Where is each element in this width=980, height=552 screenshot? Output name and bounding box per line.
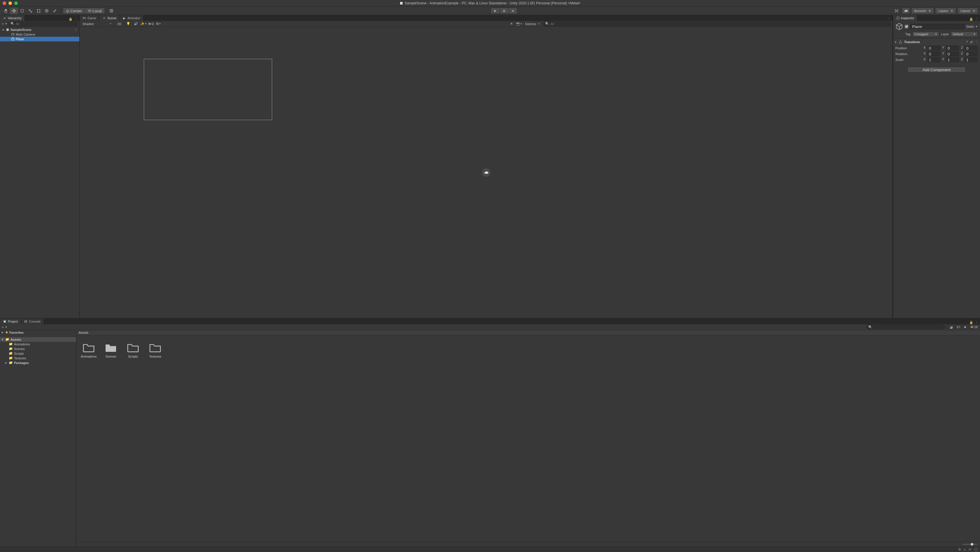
scene-camera-dropdown[interactable]: ⧉▼ bbox=[156, 21, 162, 27]
window-close-button[interactable] bbox=[3, 2, 6, 5]
lock-icon[interactable]: 🔒 bbox=[68, 17, 73, 21]
hierarchy-item[interactable]: Plane bbox=[0, 37, 80, 41]
fold-icon[interactable]: ▾ bbox=[895, 40, 897, 44]
gameobject-active-checkbox[interactable] bbox=[905, 25, 908, 28]
game-tab[interactable]: 🎮Game bbox=[80, 15, 99, 21]
component-menu-icon[interactable]: ⋮ bbox=[975, 40, 978, 44]
window-minimize-button[interactable] bbox=[8, 2, 12, 5]
project-breadcrumb[interactable]: Assets bbox=[76, 330, 980, 335]
scene-search[interactable]: 🔍 bbox=[543, 22, 891, 26]
project-tree-item[interactable]: 📁Animations bbox=[0, 342, 76, 347]
project-folder-item[interactable]: Scripts bbox=[126, 342, 141, 358]
position-z-input[interactable] bbox=[965, 46, 978, 51]
project-folder-item[interactable]: Scenes bbox=[103, 342, 118, 358]
favorites-row[interactable]: ▸★Favorites bbox=[0, 330, 76, 335]
scale-z-input[interactable] bbox=[965, 57, 978, 62]
add-component-button[interactable]: Add Component bbox=[907, 67, 966, 73]
panel-menu-icon[interactable]: ⋮ bbox=[888, 17, 891, 21]
layer-dropdown[interactable]: Default▼ bbox=[951, 32, 978, 37]
scale-x-input[interactable] bbox=[928, 57, 940, 62]
search-by-type-button[interactable]: ◪ bbox=[948, 325, 955, 329]
grid-size-slider[interactable] bbox=[963, 544, 977, 545]
scale-y-input[interactable] bbox=[946, 57, 959, 62]
hierarchy-scene-row[interactable]: ▾ SampleScene ⋮ bbox=[0, 27, 80, 32]
project-search-input[interactable] bbox=[873, 325, 943, 329]
lock-icon[interactable]: 🔒 bbox=[969, 17, 973, 21]
assets-row[interactable]: ▾📁Assets bbox=[0, 337, 76, 342]
window-zoom-button[interactable] bbox=[14, 2, 18, 5]
status-icon[interactable]: ⟳ bbox=[969, 548, 971, 551]
scene-hidden-toggle[interactable]: 👁0 bbox=[148, 21, 154, 27]
grid-snap-button[interactable] bbox=[107, 8, 116, 14]
scale-tool[interactable] bbox=[26, 8, 34, 14]
panel-menu-icon[interactable]: ⋮ bbox=[975, 17, 978, 21]
scene-viewport[interactable] bbox=[80, 27, 892, 318]
rotate-tool[interactable] bbox=[18, 8, 26, 14]
gizmos-dropdown[interactable]: Gizmos▼ bbox=[523, 22, 542, 25]
hierarchy-search-input[interactable] bbox=[16, 22, 76, 25]
panel-menu-icon[interactable]: ⋮ bbox=[975, 320, 978, 324]
project-folder-item[interactable]: Textures bbox=[148, 342, 163, 358]
position-y-input[interactable] bbox=[946, 46, 959, 51]
save-search-button[interactable]: ★ bbox=[962, 325, 968, 329]
custom-editor-tool[interactable] bbox=[51, 8, 59, 14]
fold-icon[interactable]: ▾ bbox=[2, 28, 5, 32]
pause-button[interactable] bbox=[500, 8, 508, 14]
scene-menu-icon[interactable]: ⋮ bbox=[75, 28, 78, 32]
scene-camera-button[interactable]: 📷▼ bbox=[516, 21, 522, 27]
rotation-x-input[interactable] bbox=[928, 52, 940, 56]
tag-dropdown[interactable]: Untagged▼ bbox=[912, 32, 939, 37]
search-by-label-button[interactable]: 🏷 bbox=[955, 325, 961, 329]
gameobject-name-input[interactable] bbox=[910, 24, 964, 29]
rotation-mode-button[interactable]: ⟳Local bbox=[85, 8, 105, 14]
hierarchy-create-dropdown[interactable]: ＋▼ bbox=[1, 22, 7, 26]
component-help-icon[interactable]: ? bbox=[966, 40, 968, 44]
lock-icon[interactable]: 🔒 bbox=[969, 320, 973, 324]
component-preset-icon[interactable]: ⇄ bbox=[970, 40, 973, 44]
status-icon[interactable]: ≡ bbox=[964, 548, 966, 551]
scene-2d-toggle[interactable]: 2D bbox=[116, 21, 123, 27]
status-icon[interactable]: ◯ bbox=[974, 548, 978, 551]
static-dropdown[interactable]: Static▼ bbox=[966, 25, 978, 28]
status-icon[interactable]: ⚙ bbox=[958, 548, 961, 551]
rotation-y-input[interactable] bbox=[946, 52, 959, 56]
animator-tab[interactable]: ▶Animator bbox=[119, 15, 143, 21]
project-folder-item[interactable]: Animations bbox=[81, 342, 96, 358]
collab-button[interactable] bbox=[892, 8, 900, 14]
rotation-z-input[interactable] bbox=[965, 52, 978, 56]
project-tree-item[interactable]: 📁Scenes bbox=[0, 347, 76, 351]
project-search[interactable]: 🔍 bbox=[866, 325, 945, 329]
hand-tool[interactable] bbox=[2, 8, 10, 14]
scene-tools-button[interactable]: ✕ bbox=[508, 21, 515, 27]
pivot-mode-button[interactable]: ◎Center bbox=[63, 8, 85, 14]
hierarchy-search[interactable]: 🔍 bbox=[8, 22, 78, 26]
panel-menu-icon[interactable]: ⋮ bbox=[75, 17, 78, 21]
inspector-tab[interactable]: ⓘInspector bbox=[893, 15, 917, 21]
scene-tab[interactable]: ⌗Scene bbox=[99, 15, 119, 21]
scene-audio-toggle[interactable]: 🔊 bbox=[133, 21, 139, 27]
hierarchy-tab[interactable]: ≡Hierarchy bbox=[0, 15, 25, 21]
account-dropdown[interactable]: Account▼ bbox=[911, 8, 934, 14]
scene-search-input[interactable] bbox=[550, 22, 889, 25]
move-tool[interactable] bbox=[10, 8, 18, 14]
play-button[interactable] bbox=[491, 8, 500, 14]
scene-fx-dropdown[interactable]: ✨▼ bbox=[140, 21, 147, 27]
project-create-dropdown[interactable]: ＋▼ bbox=[1, 325, 7, 329]
project-tab[interactable]: ▣Project bbox=[0, 319, 21, 324]
step-button[interactable] bbox=[508, 8, 517, 14]
cloud-button[interactable] bbox=[902, 8, 910, 14]
project-tree-item[interactable]: 📁Scripts bbox=[0, 351, 76, 356]
layers-dropdown[interactable]: Layers▼ bbox=[935, 8, 956, 14]
layout-dropdown[interactable]: Layout▼ bbox=[957, 8, 978, 14]
console-tab[interactable]: ▤Console bbox=[21, 319, 44, 324]
project-tree-item[interactable]: 📁Textures bbox=[0, 356, 76, 360]
scene-lighting-toggle[interactable]: 💡 bbox=[125, 21, 132, 27]
transform-tool[interactable] bbox=[43, 8, 51, 14]
hierarchy-item[interactable]: Main Camera bbox=[0, 32, 80, 37]
rect-tool[interactable] bbox=[34, 8, 43, 14]
draw-mode-dropdown[interactable]: Shaded▼ bbox=[81, 22, 113, 25]
project-grid[interactable]: Animations Scenes Scripts Textures bbox=[76, 335, 980, 541]
hidden-packages-button[interactable]: 👁18 bbox=[969, 325, 979, 329]
camera-icon-gizmo[interactable] bbox=[482, 168, 491, 177]
packages-row[interactable]: ▸📁Packages bbox=[0, 360, 76, 365]
